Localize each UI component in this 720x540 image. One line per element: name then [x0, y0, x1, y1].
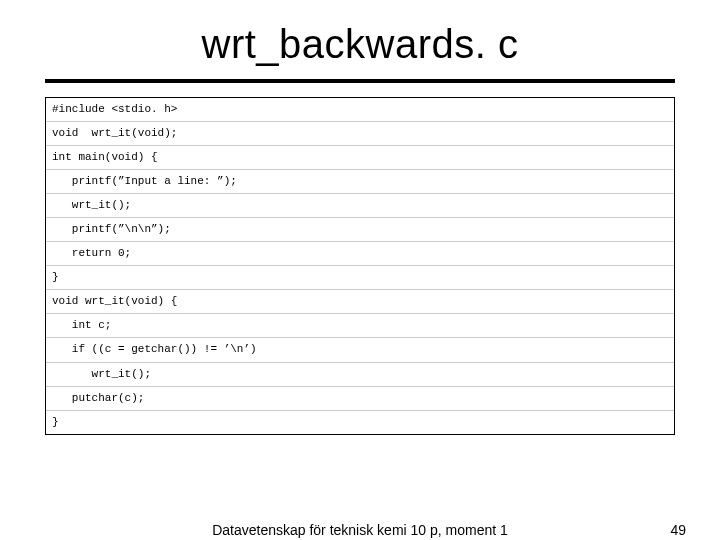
- code-line: putchar(c);: [46, 387, 674, 411]
- code-line: printf(”Input a line: ”);: [46, 170, 674, 194]
- slide: wrt_backwards. c #include <stdio. h> voi…: [0, 0, 720, 540]
- code-line: int c;: [46, 314, 674, 338]
- slide-title: wrt_backwards. c: [40, 22, 680, 67]
- code-line: }: [46, 266, 674, 290]
- code-line: if ((c = getchar()) != ’\n’): [46, 338, 674, 362]
- title-underline: [45, 79, 675, 83]
- footer-course: Datavetenskap för teknisk kemi 10 p, mom…: [212, 522, 508, 538]
- code-line: int main(void) {: [46, 146, 674, 170]
- code-listing: #include <stdio. h> void wrt_it(void); i…: [45, 97, 675, 435]
- code-line: return 0;: [46, 242, 674, 266]
- code-line: wrt_it();: [46, 363, 674, 387]
- code-line: #include <stdio. h>: [46, 98, 674, 122]
- code-line: wrt_it();: [46, 194, 674, 218]
- page-number: 49: [670, 522, 686, 538]
- code-line: void wrt_it(void) {: [46, 290, 674, 314]
- code-line: void wrt_it(void);: [46, 122, 674, 146]
- code-line: }: [46, 411, 674, 434]
- code-line: printf(”\n\n”);: [46, 218, 674, 242]
